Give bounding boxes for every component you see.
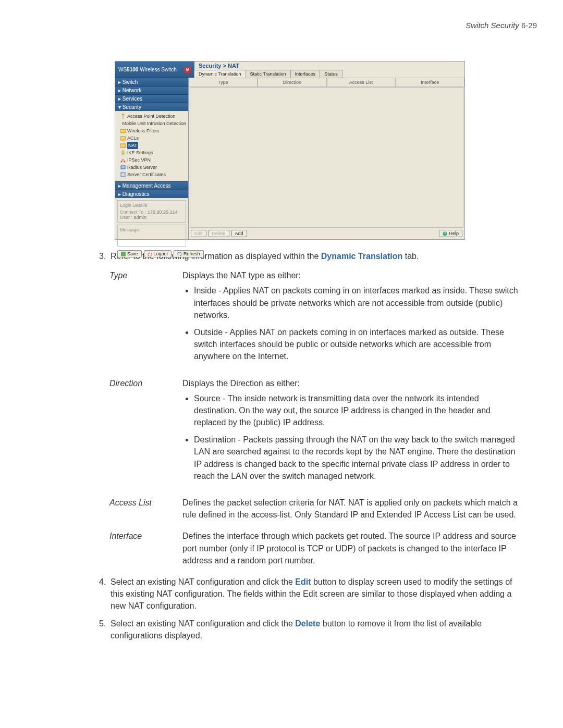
- tab-static-translation[interactable]: Static Translation: [246, 70, 291, 78]
- security-tree: Access Point Detection Mobile Unit Intru…: [115, 111, 188, 181]
- tree-label: Access Point Detection: [127, 113, 176, 120]
- header-title-italic: Switch Security: [466, 21, 519, 30]
- tree-ipsec-vpn[interactable]: IPSec VPN: [117, 156, 186, 164]
- help-button[interactable]: ?Help: [439, 230, 462, 237]
- sidebar-item-management-access[interactable]: ▸ Management Access: [115, 181, 188, 190]
- step-text: Select an existing NAT configuration and…: [111, 577, 295, 586]
- sidebar-item-switch[interactable]: ▸ Switch: [115, 78, 188, 86]
- certificate-icon: [120, 172, 126, 177]
- page-header: Switch Security 6-29: [26, 21, 537, 30]
- folder-icon: [120, 128, 126, 133]
- svg-rect-4: [121, 152, 125, 155]
- sidebar-item-services[interactable]: ▸ Services: [115, 94, 188, 103]
- sidebar-item-diagnostics[interactable]: ▸ Diagnostics: [115, 190, 188, 198]
- table-header-row: Type Direction Access List Interface: [189, 78, 464, 87]
- svg-rect-9: [121, 252, 126, 256]
- def-bullet: Outside - Applies NAT on packets coming …: [194, 326, 521, 363]
- tree-ike-settings[interactable]: IKE Settings: [117, 149, 186, 156]
- def-row-interface: Interface Defines the interface through …: [109, 530, 521, 566]
- lock-icon: [120, 150, 126, 155]
- tree-label: Mobile Unit Intrusion Detection: [122, 120, 186, 127]
- server-icon: [120, 165, 126, 170]
- brand-prefix: WS: [118, 67, 127, 72]
- tree-mobile-intrusion[interactable]: Mobile Unit Intrusion Detection: [117, 120, 186, 127]
- def-lead: Displays the NAT type as either:: [182, 271, 301, 280]
- tree-label: ACLs: [127, 134, 139, 142]
- tab-bar: Dynamic Translation Static Translation I…: [194, 70, 464, 78]
- def-term: Direction: [109, 377, 182, 488]
- step-number: 3.: [99, 250, 111, 262]
- tree-acls[interactable]: ACLs: [117, 134, 186, 142]
- button-label: Save: [127, 251, 138, 256]
- save-button[interactable]: Save: [117, 250, 142, 257]
- sidebar-item-security[interactable]: ▾ Security: [115, 103, 188, 111]
- def-bullet: Destination - Packets passing through th…: [194, 434, 521, 482]
- tree-wireless-filters[interactable]: Wireless Filters: [117, 127, 186, 134]
- def-bullet: Inside - Applies NAT on packets coming i…: [194, 285, 521, 321]
- logout-button[interactable]: Logout: [144, 250, 172, 257]
- user-value: admin: [134, 215, 147, 220]
- svg-text:?: ?: [444, 232, 446, 236]
- button-label: Refresh: [183, 251, 200, 256]
- brand-badge-icon: M: [184, 66, 191, 73]
- breadcrumb: Security > NAT: [194, 61, 464, 70]
- save-icon: [121, 252, 126, 256]
- header-page-num: 6-29: [519, 21, 537, 30]
- step-5: 5. Select an existing NAT configuration …: [99, 618, 521, 641]
- document-content: 3. Refer to the following information as…: [26, 250, 537, 641]
- def-term: Interface: [109, 530, 182, 566]
- connect-label: Connect To :: [120, 209, 146, 215]
- message-box: Message: [117, 225, 186, 246]
- step-text: tab.: [402, 252, 419, 261]
- refresh-icon: [177, 252, 182, 256]
- antenna-icon: [120, 114, 126, 119]
- tab-dynamic-translation[interactable]: Dynamic Translation: [194, 70, 246, 78]
- tree-access-point-detection[interactable]: Access Point Detection: [117, 113, 186, 120]
- link-edit: Edit: [295, 577, 311, 586]
- tree-nat[interactable]: NAT: [117, 142, 186, 149]
- tab-status[interactable]: Status: [320, 70, 342, 78]
- button-label: Logout: [154, 251, 168, 256]
- sidebar: ▸ Switch ▸ Network ▸ Services ▾ Security…: [115, 78, 189, 239]
- step-4: 4. Select an existing NAT configuration …: [99, 576, 521, 612]
- table-body-empty[interactable]: [190, 87, 463, 228]
- logout-icon: [148, 252, 152, 256]
- main-panel: Type Direction Access List Interface Edi…: [189, 78, 464, 239]
- brand-model: 5100: [127, 67, 138, 72]
- link-dynamic-translation: Dynamic Translation: [321, 252, 403, 261]
- delete-button[interactable]: Delete: [209, 230, 229, 237]
- col-interface[interactable]: Interface: [396, 78, 464, 87]
- svg-rect-1: [120, 129, 126, 133]
- tab-interfaces[interactable]: Interfaces: [290, 70, 321, 78]
- svg-rect-2: [120, 137, 126, 140]
- tree-server-certificates[interactable]: Server Certificates: [117, 171, 186, 178]
- col-direction[interactable]: Direction: [258, 78, 326, 87]
- step-text: Select an existing NAT configuration and…: [111, 619, 295, 628]
- svg-rect-8: [121, 172, 125, 177]
- step-number: 4.: [99, 576, 111, 612]
- link-delete: Delete: [295, 619, 320, 628]
- brand-suffix: Wireless Switch: [138, 67, 176, 72]
- button-label: Help: [449, 231, 459, 236]
- user-label: User :: [120, 215, 132, 220]
- def-row-access-list: Access List Defines the packet selection…: [109, 497, 521, 521]
- tree-label: Server Certificates: [127, 171, 166, 178]
- refresh-button[interactable]: Refresh: [174, 250, 204, 257]
- col-access-list[interactable]: Access List: [327, 78, 396, 87]
- tree-label: IKE Settings: [127, 149, 153, 156]
- tree-radius-server[interactable]: Radius Server: [117, 164, 186, 171]
- svg-rect-7: [121, 166, 125, 169]
- folder-icon: [120, 135, 126, 141]
- login-title: Login Details: [120, 203, 183, 208]
- add-button[interactable]: Add: [231, 230, 247, 237]
- def-lead: Displays the Direction as either:: [182, 379, 300, 388]
- edit-button[interactable]: Edit: [191, 230, 206, 237]
- message-title: Message: [120, 227, 139, 232]
- sidebar-item-network[interactable]: ▸ Network: [115, 86, 188, 94]
- step-number: 5.: [99, 618, 111, 641]
- def-row-direction: Direction Displays the Direction as eith…: [109, 377, 521, 488]
- col-type[interactable]: Type: [189, 78, 258, 87]
- def-term: Access List: [109, 497, 182, 521]
- login-details-box: Login Details Connect To : 172.20.25.114…: [117, 200, 186, 223]
- def-row-type: Type Displays the NAT type as either: In…: [109, 269, 521, 367]
